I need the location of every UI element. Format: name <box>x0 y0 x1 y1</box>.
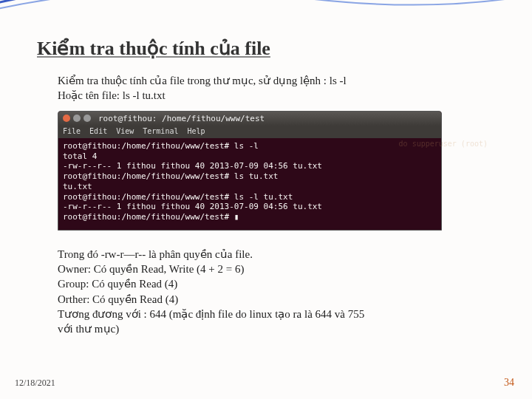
slide-content: Kiểm tra thuộc tính của file Kiểm tra th… <box>0 0 532 336</box>
terminal-line: tu.txt <box>63 182 437 192</box>
minimize-icon <box>73 115 81 122</box>
terminal-line: root@fithou:/home/fithou/www/test# ls -l… <box>63 192 437 202</box>
terminal-body: do supperuser (root) root@fithou:/home/f… <box>58 138 441 230</box>
terminal-window: root@fithou: /home/fithou/www/test File … <box>58 111 442 231</box>
slide-title: Kiểm tra thuộc tính của file <box>37 37 495 60</box>
footer-date: 12/18/2021 <box>15 378 55 389</box>
terminal-line: root@fithou:/home/fithou/www/test# ls -l <box>63 141 437 151</box>
intro-block: Kiểm tra thuộc tính của file trong thư m… <box>58 73 495 103</box>
menu-help: Help <box>187 127 205 137</box>
footer-page-number: 34 <box>504 377 514 389</box>
terminal-line: root@fithou:/home/fithou/www/test# ls tu… <box>63 171 437 182</box>
ghost-watermark: do supperuser (root) <box>399 140 442 149</box>
explain-line: Group: Có quyền Read (4) <box>58 276 495 291</box>
terminal-line: root@fithou:/home/fithou/www/test# ▮ <box>63 212 437 222</box>
explanation-block: Trong đó -rw-r—r-- là phân quyền của fil… <box>58 247 495 337</box>
terminal-titlebar: root@fithou: /home/fithou/www/test <box>58 112 441 126</box>
maximize-icon <box>83 115 91 122</box>
terminal-line: total 4 <box>63 151 437 162</box>
terminal-window-title: root@fithou: /home/fithou/www/test <box>98 114 265 124</box>
intro-line-2: Hoặc tên file: ls -l tu.txt <box>58 88 495 103</box>
terminal-menu: File Edit View Terminal Help <box>58 126 441 138</box>
explain-line: với thư mục) <box>58 321 495 336</box>
menu-edit: Edit <box>89 127 107 137</box>
menu-file: File <box>63 127 81 137</box>
terminal-line: -rw-r--r-- 1 fithou fithou 40 2013-07-09… <box>63 161 437 171</box>
terminal-line: -rw-r--r-- 1 fithou fithou 40 2013-07-09… <box>63 202 437 212</box>
menu-view: View <box>116 127 134 137</box>
explain-line: Tương đương với : 644 (mặc định file do … <box>58 307 495 321</box>
explain-line: Orther: Có quyền Read (4) <box>58 292 495 307</box>
menu-terminal: Terminal <box>143 127 178 137</box>
explain-line: Trong đó -rw-r—r-- là phân quyền của fil… <box>58 247 495 262</box>
explain-line: Owner: Có quyền Read, Write (4 + 2 = 6) <box>58 262 495 276</box>
intro-line-1: Kiểm tra thuộc tính của file trong thư m… <box>58 73 495 88</box>
close-icon <box>63 115 70 122</box>
